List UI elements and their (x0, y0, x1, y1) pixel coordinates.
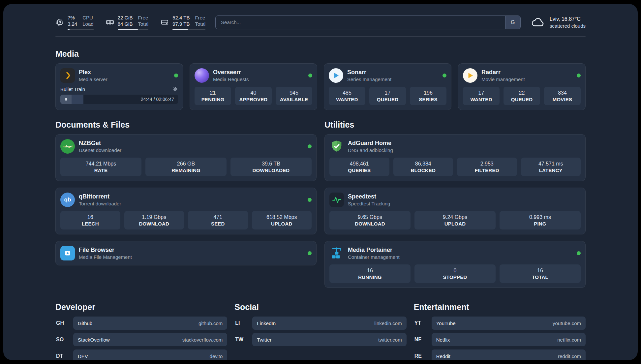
stat-value: 22 (505, 89, 538, 96)
settings-gear-icon[interactable] (172, 86, 178, 92)
plex-chevron-icon (60, 68, 75, 83)
memory-stick-icon (106, 18, 114, 27)
bookmark-youtube[interactable]: YouTube youtube.com (432, 317, 586, 330)
memory-metric: 22 GiB 64 GiB Free Total (106, 15, 149, 30)
overseerr-swirl-icon (195, 68, 209, 83)
stat-value: 16 (502, 267, 579, 274)
stat-value: 618.52 Mbps (254, 214, 310, 221)
stat-value: 16 (331, 267, 409, 274)
stat-label: AVAILABLE (278, 96, 310, 103)
stat-tile: 16 LEECH (60, 211, 120, 229)
bookmark-dev[interactable]: DEV dev.to (73, 349, 227, 360)
speedtest-pulse-icon (329, 193, 344, 207)
search-input[interactable] (216, 16, 505, 29)
memory-total-value: 64 GiB (118, 21, 133, 27)
filebrowser-logo-icon (60, 246, 75, 260)
app-card-nzbget[interactable]: nzbget NZBGet Usenet downloader 744.21 M… (55, 134, 317, 181)
qbittorrent-logo-icon: qb (60, 193, 75, 207)
stat-label: WANTED (465, 96, 498, 103)
qbittorrent-logo-text: qb (64, 197, 71, 203)
app-subtitle: Container management (348, 254, 400, 260)
bookmark-row: YT YouTube youtube.com (414, 317, 586, 330)
cpu-load-label: Load (82, 21, 93, 27)
stat-value: 945 (278, 89, 310, 96)
search-engine-button[interactable]: G (505, 16, 520, 29)
adguard-shield-icon (329, 139, 344, 154)
bookmark-name: Netflix (436, 337, 450, 343)
portainer-crane-icon (329, 246, 344, 260)
section-title-documents: Documents & Files (55, 120, 317, 130)
system-metrics: 7% 3.24 CPU Load (55, 15, 205, 30)
stat-tile: 1.19 Gbps DOWNLOAD (124, 211, 184, 229)
app-name: File Browser (79, 246, 132, 254)
section-title-utilities: Utilities (324, 120, 586, 130)
stat-tile: 834 MOVIES (544, 87, 581, 105)
cpu-load-average: 3.24 (68, 21, 77, 27)
stat-label: LATENCY (523, 167, 579, 173)
status-dot-online (174, 74, 178, 77)
stat-value: 39.6 TB (232, 160, 310, 167)
disk-free-value: 52.4 TB (172, 15, 190, 21)
stat-tile: 266 GB REMAINING (145, 158, 227, 176)
nzbget-logo-text: nzbget (63, 145, 73, 148)
section-media: Media Plex Media server Bullet Train (55, 49, 586, 110)
status-dot-online (577, 74, 581, 77)
app-subtitle: Media File Management (79, 254, 132, 260)
stat-value: 1.19 Gbps (126, 214, 182, 221)
stat-label: STOPPED (416, 274, 494, 280)
memory-usage-bar (118, 29, 149, 30)
stat-label: DOWNLOAD (331, 221, 409, 227)
bookmark-netflix[interactable]: Netflix netflix.com (432, 333, 586, 346)
stat-value: 17 (465, 89, 498, 96)
nzbget-logo-icon: nzbget (60, 139, 75, 154)
app-card-radarr[interactable]: Radarr Movie management 17 WANTED 22 QUE… (458, 63, 586, 110)
stat-value: 17 (371, 89, 404, 96)
app-card-plex[interactable]: Plex Media server Bullet Train (55, 63, 183, 110)
bookmark-reddit[interactable]: Reddit reddit.com (432, 349, 586, 360)
bookmark-abbr: TW (234, 337, 249, 343)
app-card-qbittorrent[interactable]: qb qBittorrent Torrent downloader 16 LEE… (55, 188, 317, 234)
stat-label: SEED (190, 221, 246, 227)
status-dot-online (577, 251, 581, 255)
app-card-adguard[interactable]: AdGuard Home DNS and adblocking 498,461 … (324, 134, 586, 181)
pause-button[interactable] (60, 95, 72, 104)
stat-tile: 47.571 ms LATENCY (521, 158, 581, 176)
stat-tile: 471 SEED (188, 211, 248, 229)
bookmark-github[interactable]: Github github.com (73, 317, 227, 330)
app-subtitle: Media server (79, 76, 107, 82)
app-card-filebrowser[interactable]: File Browser Media File Management (55, 241, 317, 265)
app-card-overseerr[interactable]: Overseerr Media Requests 21 PENDING 40 A… (190, 63, 317, 110)
app-card-speedtest[interactable]: Speedtest Speedtest Tracking 9.65 Gbps D… (324, 188, 586, 234)
app-card-sonarr[interactable]: Sonarr Series management 485 WANTED 17 Q… (324, 63, 451, 110)
cpu-metric: 7% 3.24 CPU Load (55, 15, 94, 30)
bookmark-abbr: GH (55, 320, 70, 326)
section-entertainment: Entertainment YT YouTube youtube.com NF … (414, 302, 586, 360)
stat-tile: 196 SERIES (410, 87, 446, 105)
app-name: qBittorrent (79, 193, 121, 200)
bookmark-url: linkedin.com (374, 320, 402, 326)
disk-total-label: Total (195, 21, 205, 27)
bookmark-twitter[interactable]: Twitter twitter.com (252, 333, 406, 346)
disk-metric: 52.4 TB 97.9 TB Free Total (160, 15, 205, 30)
app-name: Overseerr (213, 69, 249, 76)
app-card-portainer[interactable]: Media Portainer Container management 16 … (324, 241, 586, 288)
stat-value: 21 (197, 89, 229, 96)
bookmark-stackoverflow[interactable]: StackOverflow stackoverflow.com (73, 333, 227, 346)
bookmark-row: NF Netflix netflix.com (414, 333, 586, 346)
bookmark-linkedin[interactable]: LinkedIn linkedin.com (252, 317, 406, 330)
stat-value: 485 (331, 89, 363, 96)
stat-tile: 39.6 TB DOWNLOADED (230, 158, 312, 176)
app-name: NZBGet (79, 139, 121, 147)
stat-value: 834 (546, 89, 579, 96)
stat-label: LEECH (62, 221, 118, 227)
bookmark-name: StackOverflow (78, 337, 110, 343)
stat-value: 9.65 Gbps (331, 214, 409, 221)
playback-progress-bar[interactable]: 24:44 / 02:06:47 (60, 95, 178, 104)
bookmark-row: GH Github github.com (55, 317, 227, 330)
bookmark-abbr: RE (414, 353, 428, 359)
stat-value: 47.571 ms (523, 160, 579, 167)
stat-tile: 22 QUEUED (504, 87, 540, 105)
cpu-usage-percent: 7% (68, 15, 77, 21)
cpu-usage-bar (68, 29, 94, 30)
stat-label: BLOCKED (395, 167, 451, 173)
